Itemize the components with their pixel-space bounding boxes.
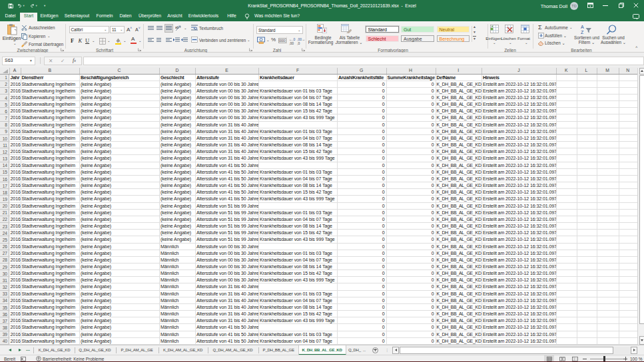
svg-text:A: A (581, 25, 584, 29)
svg-text:ab: ab (175, 25, 179, 29)
svg-text:Z: Z (581, 30, 584, 35)
